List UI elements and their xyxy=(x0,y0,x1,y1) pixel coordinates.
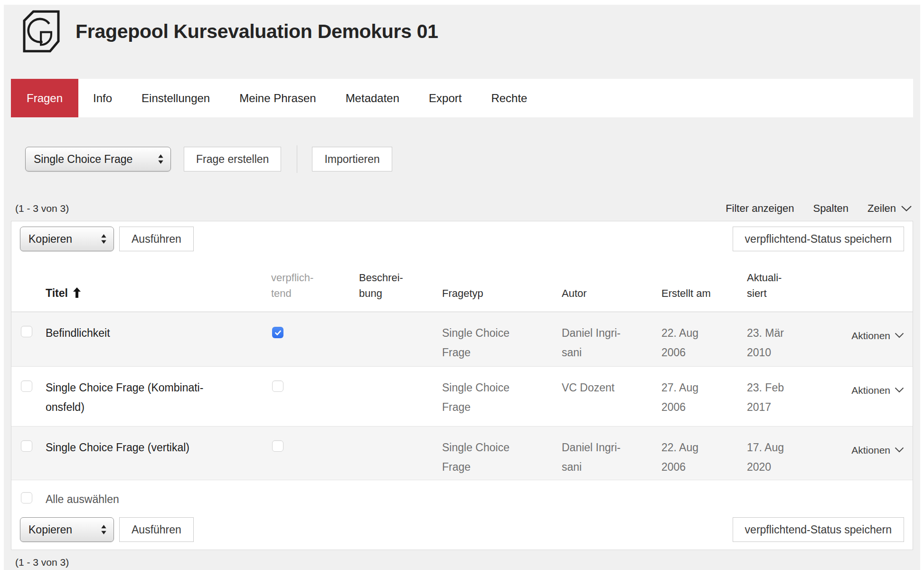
tab-bar: Fragen Info Einstellungen Meine Phrasen … xyxy=(11,79,913,117)
bulk-action-select-value: Kopieren xyxy=(28,523,72,536)
select-arrows-icon xyxy=(100,523,107,536)
table-toolbar-top: Kopieren Ausführen verpflichtend-Status … xyxy=(11,221,913,256)
row-select-checkbox[interactable] xyxy=(21,380,32,392)
toolbar-divider xyxy=(297,145,297,173)
select-all-row: Alle auswählen xyxy=(11,480,913,510)
tab-metadaten[interactable]: Metadaten xyxy=(331,79,414,117)
columns-link[interactable]: Spalten xyxy=(813,202,849,215)
question-type-cell: Single Choice Frage xyxy=(442,312,562,366)
tab-rechte[interactable]: Rechte xyxy=(476,79,542,117)
mandatory-checkbox[interactable] xyxy=(272,440,283,452)
chevron-down-icon xyxy=(895,447,904,453)
actions-dropdown[interactable]: Aktionen xyxy=(851,440,904,460)
select-arrows-icon xyxy=(100,233,107,245)
created-cell: 27. Aug 2006 xyxy=(661,366,747,426)
question-title-link[interactable]: Single Choice Frage (vertikal) xyxy=(46,426,271,480)
chevron-down-icon xyxy=(895,332,904,338)
column-header-titel[interactable]: Titel xyxy=(46,256,271,312)
import-button[interactable]: Importieren xyxy=(312,147,392,171)
mandatory-checkbox[interactable] xyxy=(272,327,283,338)
save-mandatory-status-button-bottom[interactable]: verpflichtend-Status speichern xyxy=(733,517,904,542)
page-header: Fragepool Kursevaluation Demokurs 01 xyxy=(4,5,920,79)
questionpool-icon xyxy=(21,10,61,53)
updated-cell: 17. Aug 2020 xyxy=(747,426,840,480)
question-title-link[interactable]: Befindlichkeit xyxy=(46,312,271,366)
column-header-actions xyxy=(840,256,913,312)
table-row: Befindlichkeit Single Choice Frage Danie… xyxy=(11,312,913,366)
author-cell: Daniel Ingri- sani xyxy=(562,426,661,480)
create-question-button[interactable]: Frage erstellen xyxy=(184,147,281,171)
creation-controls: Single Choice Frage Frage erstellen Impo… xyxy=(11,145,913,173)
select-all-checkbox[interactable] xyxy=(21,492,32,504)
column-header-autor[interactable]: Autor xyxy=(562,256,661,312)
actions-dropdown[interactable]: Aktionen xyxy=(851,380,904,400)
created-cell: 22. Aug 2006 xyxy=(661,426,747,480)
rows-link-label: Zeilen xyxy=(867,202,896,215)
column-header-erstellt-am[interactable]: Erstellt am xyxy=(661,256,747,312)
table-view-links: Filter anzeigen Spalten Zeilen xyxy=(726,202,913,215)
row-select-checkbox[interactable] xyxy=(21,326,32,337)
question-table: Titel verpflich- tend Beschrei- bung Fra… xyxy=(11,256,913,510)
author-cell: VC Dozent xyxy=(562,366,661,426)
column-header-aktualisiert[interactable]: Aktuali- siert xyxy=(747,256,840,312)
table-meta-row: (1 - 3 von 3) Filter anzeigen Spalten Ze… xyxy=(11,202,913,215)
tab-export[interactable]: Export xyxy=(414,79,476,117)
header-checkbox-spacer xyxy=(11,256,46,312)
column-header-fragetyp[interactable]: Fragetyp xyxy=(442,256,562,312)
bulk-action-select[interactable]: Kopieren xyxy=(20,227,114,251)
page: Fragepool Kursevaluation Demokurs 01 Fra… xyxy=(4,5,920,570)
result-range-top: (1 - 3 von 3) xyxy=(11,203,69,214)
bulk-action-select-bottom[interactable]: Kopieren xyxy=(20,517,114,542)
mandatory-checkbox[interactable] xyxy=(272,380,283,392)
select-all-label: Alle auswählen xyxy=(46,480,913,510)
question-type-cell: Single Choice Frage xyxy=(442,426,562,480)
table-row: Single Choice Frage (Kombinati- onsfeld)… xyxy=(11,366,913,426)
created-cell: 22. Aug 2006 xyxy=(661,312,747,366)
table-toolbar-bottom: Kopieren Ausführen verpflichtend-Status … xyxy=(11,510,913,550)
updated-cell: 23. Mär 2010 xyxy=(747,312,840,366)
column-header-beschreibung[interactable]: Beschrei- bung xyxy=(359,256,442,312)
rows-link[interactable]: Zeilen xyxy=(867,202,912,215)
author-cell: Daniel Ingri- sani xyxy=(562,312,661,366)
sort-ascending-icon xyxy=(73,287,81,298)
save-mandatory-status-button-top[interactable]: verpflichtend-Status speichern xyxy=(733,227,904,251)
result-range-bottom: (1 - 3 von 3) xyxy=(11,557,913,568)
question-type-cell: Single Choice Frage xyxy=(442,366,562,426)
question-type-select[interactable]: Single Choice Frage xyxy=(25,147,171,171)
bulk-action-select-value: Kopieren xyxy=(28,233,72,246)
actions-dropdown[interactable]: Aktionen xyxy=(851,326,904,345)
execute-button-bottom[interactable]: Ausführen xyxy=(119,517,194,542)
question-type-select-value: Single Choice Frage xyxy=(34,153,132,166)
execute-button[interactable]: Ausführen xyxy=(119,227,194,251)
question-title-link[interactable]: Single Choice Frage (Kombinati- onsfeld) xyxy=(46,366,271,426)
table-header-row: Titel verpflich- tend Beschrei- bung Fra… xyxy=(11,256,913,312)
description-cell xyxy=(359,426,442,480)
description-cell xyxy=(359,312,442,366)
description-cell xyxy=(359,366,442,426)
chevron-down-icon xyxy=(895,387,904,393)
column-header-verpflichtend: verpflich- tend xyxy=(271,256,359,312)
chevron-down-icon xyxy=(901,205,912,212)
table-row: Single Choice Frage (vertikal) Single Ch… xyxy=(11,426,913,480)
tab-meine-phrasen[interactable]: Meine Phrasen xyxy=(225,79,330,117)
question-table-panel: Kopieren Ausführen verpflichtend-Status … xyxy=(11,221,913,550)
row-select-checkbox[interactable] xyxy=(21,440,32,452)
show-filter-link[interactable]: Filter anzeigen xyxy=(726,202,794,215)
tab-fragen[interactable]: Fragen xyxy=(11,79,78,117)
page-title: Fragepool Kursevaluation Demokurs 01 xyxy=(75,11,438,51)
tab-info[interactable]: Info xyxy=(78,79,127,117)
updated-cell: 23. Feb 2017 xyxy=(747,366,840,426)
tab-einstellungen[interactable]: Einstellungen xyxy=(127,79,225,117)
select-arrows-icon xyxy=(157,153,164,165)
